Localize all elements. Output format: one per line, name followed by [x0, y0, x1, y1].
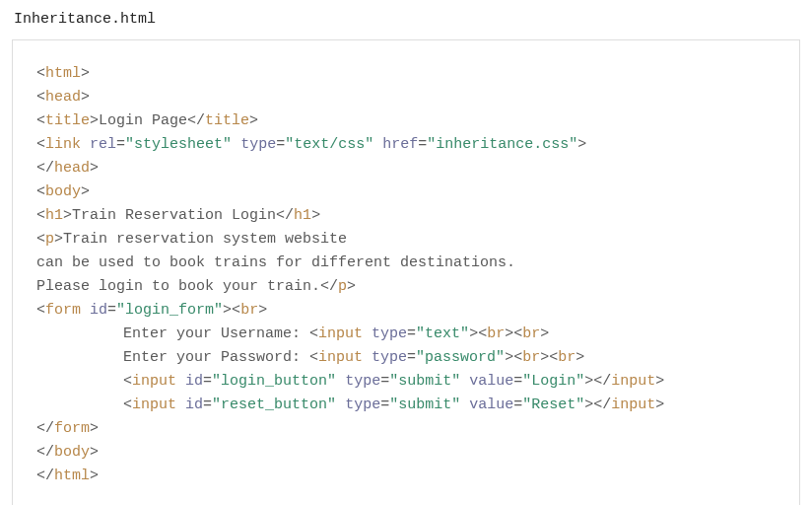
- link-type: "text/css": [285, 136, 373, 153]
- form-id: "login_form": [116, 302, 223, 319]
- password-type: "password": [416, 349, 505, 366]
- login-value: "Login": [522, 373, 584, 390]
- username-type: "text": [416, 325, 469, 342]
- username-label: Enter your Username:: [123, 325, 309, 342]
- reset-value: "Reset": [522, 397, 584, 413]
- p-line2: can be used to book trains for different…: [36, 254, 515, 271]
- link-rel: "stylesheet": [125, 136, 232, 153]
- login-type: "submit": [389, 373, 460, 390]
- reset-type: "submit": [389, 397, 460, 413]
- login-id: "login_button": [212, 373, 336, 390]
- reset-id: "reset_button": [212, 397, 336, 413]
- p-line1: Train reservation system website: [63, 231, 347, 248]
- code-block: <html><head><title>Login Page</title><li…: [12, 39, 800, 505]
- p-line3: Please login to book your train.: [36, 278, 320, 295]
- password-label: Enter your Password:: [123, 349, 309, 366]
- title-text: Login Page: [99, 112, 187, 129]
- filename-label: Inheritance.html: [0, 0, 812, 37]
- h1-text: Train Reservation Login: [72, 207, 276, 224]
- link-href: "inheritance.css": [427, 136, 577, 153]
